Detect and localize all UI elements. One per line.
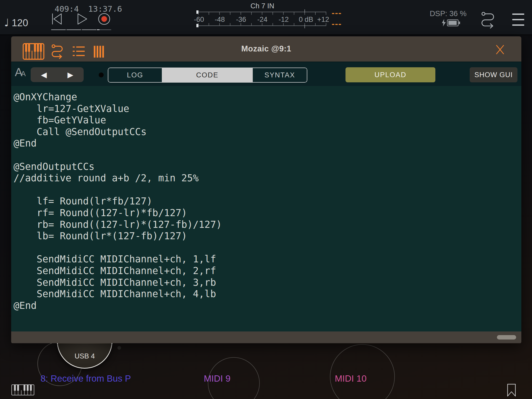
meter-scale-label: +12 bbox=[311, 16, 335, 24]
time-position: 13:37.6 bbox=[88, 4, 122, 14]
forward-arrow-icon[interactable]: ▶ bbox=[68, 70, 73, 79]
record-button[interactable] bbox=[98, 13, 110, 25]
midi-routing-button[interactable] bbox=[480, 11, 497, 30]
meter-overload-dashes-bottom bbox=[332, 24, 341, 25]
meter-min-marker-top bbox=[196, 10, 198, 14]
meter-scale-label: -60 bbox=[187, 16, 211, 24]
dsp-load: DSP: 36 % bbox=[416, 9, 467, 18]
meter-zero-tick-top bbox=[304, 9, 305, 13]
close-icon[interactable] bbox=[495, 45, 505, 55]
tempo-control[interactable]: ♩ 120 bbox=[4, 17, 28, 29]
background-dot bbox=[117, 346, 121, 350]
meter-scale-label: -36 bbox=[229, 16, 253, 24]
tab-syntax[interactable]: SYNTAX bbox=[252, 68, 307, 82]
code-editor[interactable]: @OnXYChange lr=127-GetXValue fb=GetYValu… bbox=[11, 86, 521, 331]
meter-min-marker-bottom bbox=[196, 24, 198, 27]
channel-label-bus[interactable]: 8: Receive from Bus P bbox=[21, 373, 151, 384]
keyboard-toggle-icon[interactable] bbox=[11, 384, 34, 395]
top-bar: ♩ 120 409:4 13:37.6 Ch 7 IN bbox=[0, 0, 532, 35]
bookmark-icon[interactable] bbox=[507, 384, 516, 397]
usb4-knob-label: USB 4 bbox=[58, 352, 112, 360]
transport-progress bbox=[51, 29, 111, 30]
status-dot bbox=[99, 72, 104, 77]
meter-scale-label: -24 bbox=[251, 16, 274, 24]
code-editor-text: @OnXYChange lr=127-GetXValue fb=GetYValu… bbox=[11, 86, 521, 311]
show-gui-button[interactable]: SHOW GUI bbox=[470, 67, 517, 82]
channel-label-midi9[interactable]: MIDI 9 bbox=[165, 373, 269, 384]
plugin-window-footer bbox=[11, 331, 521, 343]
view-tabs: LOG CODE SYNTAX bbox=[108, 68, 307, 83]
meter-zero-tick-bottom bbox=[304, 25, 305, 28]
tab-code[interactable]: CODE bbox=[162, 68, 252, 82]
upload-button[interactable]: UPLOAD bbox=[345, 67, 435, 82]
meter-ticks-top bbox=[198, 12, 326, 15]
menu-button[interactable] bbox=[512, 14, 524, 30]
plugin-window-title: Mozaic @9:1 bbox=[11, 44, 521, 54]
meter-channel-title: Ch 7 IN bbox=[236, 2, 288, 10]
font-size-button[interactable]: AA bbox=[15, 66, 26, 79]
mozaic-plugin-window: Mozaic @9:1 AA ◀ ▶ LOG CODE SYNTAX UPLOA… bbox=[11, 36, 521, 344]
quarter-note-icon: ♩ bbox=[4, 17, 9, 29]
tempo-value: 120 bbox=[12, 17, 28, 29]
plugin-window-header: Mozaic @9:1 bbox=[11, 36, 521, 62]
battery-charging-icon bbox=[441, 19, 461, 27]
play-button[interactable] bbox=[77, 13, 88, 25]
meter-overload-dashes-top bbox=[332, 13, 341, 14]
transport-position: 409:4 13:37.6 bbox=[55, 4, 122, 14]
tab-log[interactable]: LOG bbox=[108, 68, 162, 82]
screen: USB 4 8: Receive from Bus P MIDI 9 MIDI … bbox=[0, 0, 532, 399]
plugin-toolbar: AA ◀ ▶ LOG CODE SYNTAX UPLOAD SHOW GUI bbox=[11, 62, 521, 86]
undo-redo-buttons[interactable]: ◀ ▶ bbox=[31, 67, 84, 82]
resize-handle[interactable] bbox=[497, 335, 516, 340]
background-knob-arc-2 bbox=[330, 344, 395, 399]
rewind-button[interactable] bbox=[51, 13, 62, 25]
meter-scale-label: -48 bbox=[208, 16, 231, 24]
meter-scale-label: -12 bbox=[272, 16, 295, 24]
bar-position: 409:4 bbox=[55, 4, 79, 14]
channel-label-midi10[interactable]: MIDI 10 bbox=[299, 373, 403, 384]
back-arrow-icon[interactable]: ◀ bbox=[41, 70, 47, 79]
